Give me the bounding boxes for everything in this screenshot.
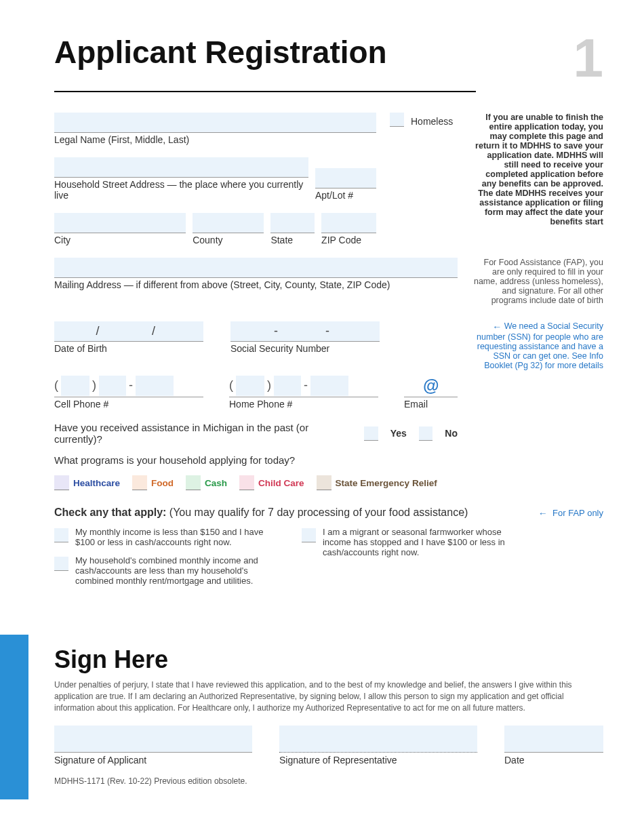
fap-only-note: ← For FAP only: [538, 508, 603, 519]
side-note-bold: If you are unable to finish the entire a…: [471, 113, 603, 226]
fap-opt3-text: I am a migrant or seasonal farmworker wh…: [323, 527, 522, 557]
divider: [54, 91, 476, 92]
paren-l: (: [54, 378, 58, 393]
childcare-label: Child Care: [258, 478, 304, 488]
sign-title: Sign Here: [54, 646, 603, 674]
signature-date-label: Date: [504, 755, 603, 766]
dash-sep: -: [325, 324, 329, 338]
county-field[interactable]: [193, 213, 264, 233]
mailing-address-label: Mailing Address — if different from abov…: [54, 279, 458, 290]
fap-only-text: For FAP only: [552, 508, 603, 518]
childcare-checkbox[interactable]: [239, 475, 254, 490]
fap-opt1-text: My monthly income is less than $150 and …: [75, 527, 275, 547]
home-phone-field[interactable]: () -: [229, 374, 378, 397]
fap-opt1-checkbox[interactable]: [54, 528, 68, 542]
slash-sep: /: [96, 324, 100, 338]
yes-checkbox[interactable]: [364, 426, 378, 441]
cell-phone-field[interactable]: () -: [54, 374, 203, 397]
arrow-left-icon: ←: [538, 508, 548, 519]
signature-rep-field[interactable]: [279, 726, 477, 753]
dob-label: Date of Birth: [54, 343, 203, 354]
state-field[interactable]: [270, 213, 315, 233]
fap-opt3-checkbox[interactable]: [302, 528, 316, 542]
ssn-field[interactable]: --: [230, 321, 380, 342]
cash-checkbox[interactable]: [186, 475, 201, 490]
food-label: Food: [151, 478, 174, 488]
programs-question: What programs is your household applying…: [54, 454, 458, 466]
email-field[interactable]: @: [404, 374, 458, 397]
ssn-label: Social Security Number: [230, 343, 380, 354]
homeless-checkbox[interactable]: [390, 113, 404, 127]
past-assistance-question: Have you received assistance in Michigan…: [54, 422, 352, 445]
page-number: 1: [573, 34, 604, 83]
mailing-address-field[interactable]: [54, 258, 458, 278]
paren-l: (: [229, 378, 233, 393]
no-checkbox[interactable]: [419, 426, 432, 441]
arrow-left-icon: ←: [492, 321, 502, 332]
signature-applicant-field[interactable]: [54, 726, 252, 753]
form-footer: MDHHS-1171 (Rev. 10-22) Previous edition…: [54, 776, 603, 786]
yes-label: Yes: [390, 428, 407, 439]
slash-sep: /: [152, 324, 155, 338]
no-label: No: [445, 428, 458, 439]
county-label: County: [193, 235, 264, 245]
ser-checkbox[interactable]: [317, 475, 331, 490]
signature-rep-label: Signature of Representative: [279, 755, 477, 766]
city-label: City: [54, 235, 186, 245]
ser-label: State Emergency Relief: [336, 478, 437, 488]
page-title: Applicant Registration: [54, 34, 573, 71]
fap-opt2-checkbox[interactable]: [54, 557, 68, 571]
legal-name-label: Legal Name (First, Middle, Last): [54, 134, 376, 145]
paren-r: ): [267, 378, 271, 393]
check-heading: Check any that apply: (You may qualify f…: [54, 507, 522, 519]
check-heading-bold: Check any that apply:: [54, 507, 166, 518]
cash-label: Cash: [205, 478, 227, 488]
signature-applicant-label: Signature of Applicant: [54, 755, 252, 766]
side-note-fap: For Food Assistance (FAP), you are only …: [471, 258, 603, 305]
dob-field[interactable]: //: [54, 321, 203, 342]
paren-r: ): [92, 378, 96, 393]
dash-sep: -: [129, 378, 133, 393]
state-label: State: [270, 235, 315, 245]
food-checkbox[interactable]: [132, 475, 147, 490]
sign-accent-bar: [0, 635, 28, 799]
apt-lot-label: Apt/Lot #: [315, 190, 376, 201]
email-label: Email: [404, 399, 458, 410]
zip-label: ZIP Code: [321, 235, 376, 245]
check-heading-rest: (You may qualify for 7 day processing of…: [166, 507, 468, 518]
signature-date-field[interactable]: [504, 726, 603, 753]
city-field[interactable]: [54, 213, 186, 233]
healthcare-checkbox[interactable]: [54, 475, 69, 490]
sign-text: Under penalties of perjury, I state that…: [54, 679, 603, 713]
legal-name-field[interactable]: [54, 113, 376, 133]
zip-field[interactable]: [321, 213, 376, 233]
street-address-field[interactable]: [54, 157, 308, 178]
cell-phone-label: Cell Phone #: [54, 399, 203, 410]
side-note-ssn: ← We need a Social Security number (SSN)…: [471, 321, 603, 370]
street-address-label: Household Street Address — the place whe…: [54, 179, 308, 201]
healthcare-label: Healthcare: [73, 478, 120, 488]
dash-sep: -: [274, 324, 278, 338]
homeless-label: Homeless: [411, 116, 453, 127]
dash-sep: -: [304, 378, 308, 393]
apt-lot-field[interactable]: [315, 168, 376, 188]
home-phone-label: Home Phone #: [229, 399, 378, 410]
at-icon: @: [423, 376, 439, 395]
fap-opt2-text: My household's combined monthly income a…: [75, 555, 275, 586]
